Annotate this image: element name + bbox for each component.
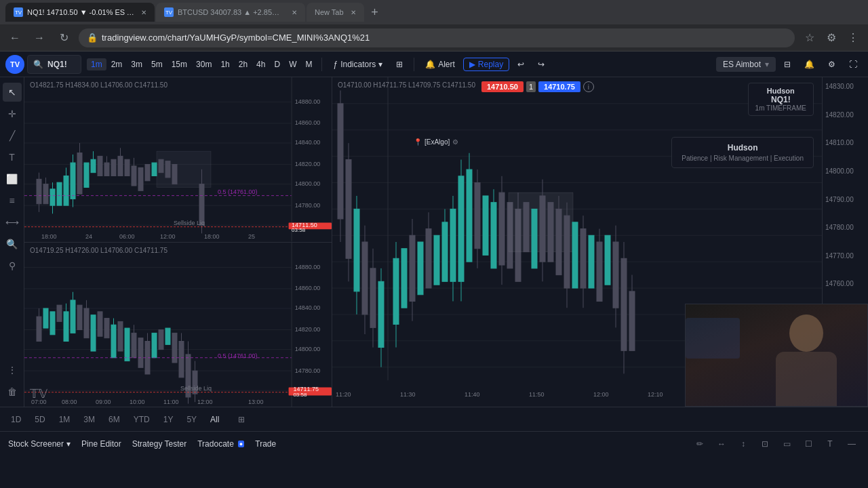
svg-text:09:00: 09:00 <box>96 398 111 405</box>
hudson-badge-symbol: NQ1! <box>755 95 806 104</box>
period-compare[interactable]: ⊞ <box>233 413 250 426</box>
symbol-search[interactable]: 🔍 NQ1! <box>27 55 81 74</box>
tf-15m[interactable]: 15m <box>167 58 191 70</box>
tf-d[interactable]: D <box>270 58 284 70</box>
layout-button[interactable]: ⊟ <box>778 57 796 72</box>
settings-button[interactable]: ⚙ <box>823 57 841 72</box>
period-ytd[interactable]: YTD <box>128 413 155 426</box>
forward-button[interactable]: → <box>30 28 49 47</box>
tf-m[interactable]: M <box>301 58 316 70</box>
tf-30m[interactable]: 30m <box>192 58 216 70</box>
period-1d[interactable]: 1D <box>5 413 26 426</box>
chart-right-ohlc: O14710.00 H14711.75 L14709.75 C14711.50 <box>338 81 475 89</box>
bookmark-icon[interactable]: ☆ <box>800 28 819 47</box>
svg-rect-13 <box>50 189 55 205</box>
hudson-tagline: Patience | Risk Management | Execution <box>682 155 804 162</box>
tf-5m[interactable]: 5m <box>147 58 167 70</box>
cross-tool[interactable]: ⊡ <box>757 436 773 452</box>
chart-top-left[interactable]: O14821.75 H14834.00 L14706.00 C14711.50 <box>24 77 332 243</box>
address-bar[interactable]: 🔒 tradingview.com/chart/YaUMHGyP/symbol=… <box>79 28 795 47</box>
tab-close-nq1[interactable]: ✕ <box>141 9 146 16</box>
aimbot-button[interactable]: ES Aimbot ▾ <box>716 57 776 72</box>
pine-editor-button[interactable]: Pine Editor <box>81 439 121 449</box>
svg-rect-40 <box>165 161 170 178</box>
tf-4h[interactable]: 4h <box>252 58 269 70</box>
tab-btcusd[interactable]: TV BTCUSD 34007.83 ▲ +2.85% B... ✕ <box>156 3 305 22</box>
tradocate-button[interactable]: Tradocate ● <box>197 439 244 449</box>
svg-text:0.5 (14761.00): 0.5 (14761.00) <box>218 188 258 195</box>
text-draw-tool[interactable]: T <box>822 436 838 452</box>
replay-button[interactable]: ▶ Replay <box>463 58 509 71</box>
undo-button[interactable]: ↩ <box>512 57 530 72</box>
tab-new[interactable]: New Tab ✕ <box>307 3 364 22</box>
trash-tool[interactable]: 🗑 <box>3 382 22 401</box>
tf-1m[interactable]: 1m <box>87 58 106 70</box>
refresh-button[interactable]: ↻ <box>54 28 73 47</box>
vertical-line-tool[interactable]: ↕ <box>735 436 751 452</box>
svg-text:14800.00: 14800.00 <box>295 180 321 187</box>
strategy-tester-button[interactable]: Strategy Tester <box>132 439 186 449</box>
text-tool[interactable]: T <box>3 148 22 167</box>
tab-close-new[interactable]: ✕ <box>351 9 356 16</box>
stock-screener-button[interactable]: Stock Screener ▾ <box>8 439 71 449</box>
svg-rect-81 <box>71 300 75 333</box>
trade-button[interactable]: Trade <box>255 439 276 449</box>
chart-bottom-left[interactable]: O14719.25 H14726.00 L14706.00 C14711.75 … <box>24 243 332 407</box>
indicators-button[interactable]: ƒ Indicators ▾ <box>328 57 388 72</box>
new-tab-button[interactable]: + <box>366 3 384 22</box>
period-1m[interactable]: 1M <box>54 413 76 426</box>
fibonacci-tool[interactable]: ≡ <box>3 191 22 210</box>
svg-text:14820.00: 14820.00 <box>295 161 321 167</box>
tf-1h[interactable]: 1h <box>216 58 233 70</box>
svg-rect-174 <box>442 222 448 281</box>
tab-close-btc[interactable]: ✕ <box>292 9 297 16</box>
period-1y[interactable]: 1Y <box>158 413 179 426</box>
horizontal-line-tool[interactable]: ↔ <box>713 436 730 452</box>
pencil-tool[interactable]: ✏ <box>692 436 708 452</box>
alert-button[interactable]: 🔔 Alert <box>420 57 460 72</box>
shapes-tool[interactable]: ⬜ <box>3 169 22 188</box>
back-button[interactable]: ← <box>5 28 24 47</box>
price-info-icon[interactable]: i <box>583 81 594 92</box>
crosshair-tool[interactable]: ✛ <box>3 104 22 123</box>
period-all[interactable]: All <box>205 413 224 426</box>
svg-rect-86 <box>91 314 96 350</box>
measure-tool[interactable]: ⟷ <box>3 213 22 232</box>
svg-rect-154 <box>362 242 368 314</box>
svg-rect-99 <box>159 329 163 349</box>
period-3m[interactable]: 3M <box>78 413 100 426</box>
menu-icon[interactable]: ⋮ <box>844 28 863 47</box>
svg-rect-30 <box>111 159 116 176</box>
period-6m[interactable]: 6M <box>103 413 125 426</box>
svg-rect-28 <box>104 163 109 176</box>
hudson-name: Hudson <box>682 143 804 152</box>
tf-2m[interactable]: 2m <box>107 58 127 70</box>
svg-rect-39 <box>159 159 163 172</box>
chart-top-ohlc: O14821.75 H14834.00 L14706.00 C14711.50 <box>30 81 167 89</box>
period-5y[interactable]: 5Y <box>181 413 202 426</box>
period-5d[interactable]: 5D <box>29 413 50 426</box>
fullscreen-button[interactable]: ⛶ <box>844 57 863 72</box>
svg-rect-34 <box>132 166 136 186</box>
notifications-button[interactable]: 🔔 <box>799 57 820 72</box>
tf-w[interactable]: W <box>285 58 300 70</box>
annotation-icon[interactable]: ⚙ <box>452 138 458 146</box>
more-tools[interactable]: ⋮ <box>3 361 22 380</box>
zoom-tool[interactable]: 🔍 <box>3 235 22 253</box>
rect-tool[interactable]: ▭ <box>778 436 795 452</box>
tf-3m[interactable]: 3m <box>127 58 146 70</box>
price-14780: 14780.00 <box>825 224 865 231</box>
magnet-tool[interactable]: ⚲ <box>3 256 22 275</box>
line-tool[interactable]: ╱ <box>3 126 22 145</box>
redo-button[interactable]: ↪ <box>532 57 550 72</box>
tf-2h[interactable]: 2h <box>235 58 252 70</box>
svg-text:03:58: 03:58 <box>292 227 306 233</box>
chart-right[interactable]: O14710.00 H14711.75 L14709.75 C14711.50 … <box>332 77 868 407</box>
extensions-icon[interactable]: ⚙ <box>822 28 841 47</box>
chart-settings-button[interactable]: ⊞ <box>391 57 408 72</box>
tab-nq1[interactable]: TV NQ1! 14710.50 ▼ -0.01% ES A... ✕ <box>5 3 155 22</box>
box-tool[interactable]: ☐ <box>800 436 816 452</box>
cursor-tool[interactable]: ↖ <box>3 83 22 102</box>
nav-bar: ← → ↻ 🔒 tradingview.com/chart/YaUMHGyP/s… <box>0 24 868 52</box>
line-draw-tool[interactable]: — <box>844 436 860 452</box>
